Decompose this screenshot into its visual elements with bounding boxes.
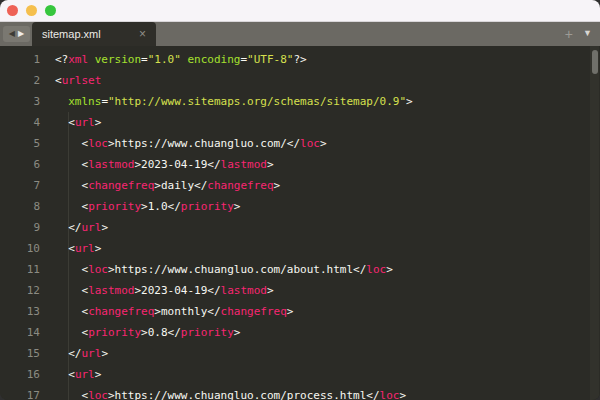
line-number: 13 [0, 301, 46, 322]
code-text: <?xml version="1.0" encoding="UTF-8"?> [46, 49, 307, 70]
tab-nav-group: ◀ ▶ [3, 26, 30, 42]
code-editor[interactable]: 1<?xml version="1.0" encoding="UTF-8"?>2… [0, 46, 600, 400]
code-line[interactable]: 16 <url> [0, 364, 600, 385]
code-token-plain: > [386, 263, 393, 276]
code-line[interactable]: 2<urlset [0, 70, 600, 91]
code-token-plain: < [55, 263, 88, 276]
code-token-plain: > [399, 389, 406, 400]
scrollbar-thumb[interactable] [592, 50, 598, 74]
tab-sitemap-xml[interactable]: sitemap.xml × [32, 22, 156, 46]
code-text: <url> [46, 112, 101, 133]
code-lines: 1<?xml version="1.0" encoding="UTF-8"?>2… [0, 49, 600, 400]
code-line[interactable]: 5 <loc>https://www.chuangluo.com/</loc> [0, 133, 600, 154]
code-line[interactable]: 8 <priority>1.0</priority> [0, 196, 600, 217]
code-token-plain: < [55, 326, 88, 339]
code-token-tag: priority [181, 200, 234, 213]
code-token-plain: > [95, 368, 102, 381]
code-text: <priority>0.8</priority> [46, 322, 240, 343]
code-line[interactable]: 14 <priority>0.8</priority> [0, 322, 600, 343]
nav-back-icon[interactable]: ◀ [9, 30, 15, 38]
code-token-plain: >https://www.chuangluo.com/</ [108, 137, 300, 150]
zoom-window-button[interactable] [45, 5, 56, 16]
scrollbar-track[interactable] [590, 46, 599, 400]
code-token-string: "1.0" [148, 53, 181, 66]
code-token-tag: loc [88, 389, 108, 400]
code-token-tag: priority [88, 200, 141, 213]
code-token-tag: changefreq [88, 179, 154, 192]
line-number: 4 [0, 112, 46, 133]
code-line[interactable]: 7 <changefreq>daily</changefreq> [0, 175, 600, 196]
code-token-plain: < [55, 158, 88, 171]
code-token-tag: lastmod [221, 284, 267, 297]
code-text: <urlset [46, 70, 101, 91]
code-token-plain: > [320, 137, 327, 150]
code-line[interactable]: 13 <changefreq>monthly</changefreq> [0, 301, 600, 322]
code-line[interactable]: 12 <lastmod>2023-04-19</lastmod> [0, 280, 600, 301]
code-token-plain: > [95, 116, 102, 129]
tab-close-icon[interactable]: × [139, 28, 146, 40]
code-token-plain: > [101, 221, 108, 234]
code-line[interactable]: 15 </url> [0, 343, 600, 364]
code-token-tag: loc [366, 263, 386, 276]
code-token-plain: <? [55, 53, 68, 66]
code-token-plain: < [55, 137, 88, 150]
code-token-tag: loc [380, 389, 400, 400]
code-text: <priority>1.0</priority> [46, 196, 240, 217]
code-line[interactable]: 17 <loc>https://www.chuangluo.com/proces… [0, 385, 600, 400]
minimize-window-button[interactable] [26, 5, 37, 16]
code-token-tag: url [75, 368, 95, 381]
code-line[interactable]: 9 </url> [0, 217, 600, 238]
code-line[interactable]: 11 <loc>https://www.chuangluo.com/about.… [0, 259, 600, 280]
code-token-plain: = [101, 95, 108, 108]
code-line[interactable]: 3 xmlns="http://www.sitemaps.org/schemas… [0, 91, 600, 112]
code-token-plain [55, 95, 68, 108]
code-token-plain: < [55, 242, 75, 255]
code-token-tag: loc [88, 137, 108, 150]
code-token-tag: lastmod [88, 284, 134, 297]
line-number: 9 [0, 217, 46, 238]
code-line[interactable]: 10 <url> [0, 238, 600, 259]
code-token-plain: < [55, 368, 75, 381]
code-token-tag: loc [88, 263, 108, 276]
code-token-plain: >2023-04-19</ [134, 158, 220, 171]
code-token-plain: >daily</ [154, 179, 207, 192]
code-text: </url> [46, 217, 108, 238]
line-number: 7 [0, 175, 46, 196]
code-token-plain: >0.8</ [141, 326, 181, 339]
line-number: 15 [0, 343, 46, 364]
code-token-attr: encoding [187, 53, 240, 66]
code-token-tag: changefreq [207, 179, 273, 192]
code-token-tag: url [75, 242, 95, 255]
new-tab-button[interactable]: + [565, 26, 573, 42]
code-token-plain: < [55, 305, 88, 318]
code-text: <lastmod>2023-04-19</lastmod> [46, 280, 274, 301]
code-token-plain: ?> [293, 53, 306, 66]
code-token-plain: >https://www.chuangluo.com/about.html</ [108, 263, 366, 276]
code-token-string: "http://www.sitemaps.org/schemas/sitemap… [108, 95, 406, 108]
line-number: 6 [0, 154, 46, 175]
code-line[interactable]: 1<?xml version="1.0" encoding="UTF-8"?> [0, 49, 600, 70]
editor-window: ◀ ▶ sitemap.xml × + ▼ 1<?xml version="1.… [0, 0, 600, 400]
code-token-tag: url [82, 221, 102, 234]
code-token-plain: >https://www.chuangluo.com/process.html<… [108, 389, 380, 400]
code-token-plain: </ [55, 221, 82, 234]
code-line[interactable]: 4 <url> [0, 112, 600, 133]
nav-forward-icon[interactable]: ▶ [18, 30, 24, 38]
code-token-plain: < [55, 200, 88, 213]
code-text: <url> [46, 238, 101, 259]
code-token-tag: xml [68, 53, 88, 66]
line-number: 8 [0, 196, 46, 217]
code-token-plain: < [55, 116, 75, 129]
line-number: 12 [0, 280, 46, 301]
line-number: 5 [0, 133, 46, 154]
code-token-tag: priority [181, 326, 234, 339]
code-token-tag: loc [300, 137, 320, 150]
close-window-button[interactable] [7, 5, 18, 16]
tab-list-dropdown-icon[interactable]: ▼ [583, 29, 592, 38]
line-number: 11 [0, 259, 46, 280]
code-line[interactable]: 6 <lastmod>2023-04-19</lastmod> [0, 154, 600, 175]
line-number: 2 [0, 70, 46, 91]
code-text: <lastmod>2023-04-19</lastmod> [46, 154, 274, 175]
code-token-plain: = [141, 53, 148, 66]
code-token-tag: changefreq [221, 305, 287, 318]
